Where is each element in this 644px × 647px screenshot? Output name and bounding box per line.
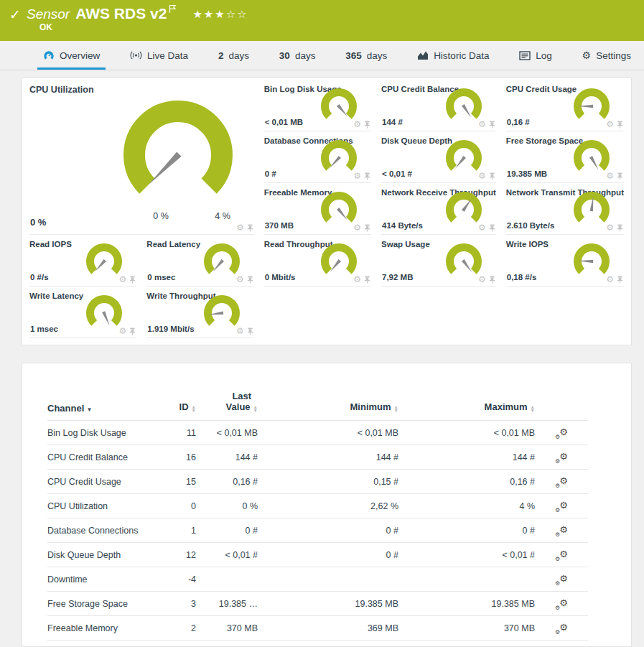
gear-icon[interactable]: ⚙ <box>353 275 361 284</box>
channel-settings-gears-icon[interactable]: ⚙⚙ <box>555 476 568 488</box>
pin-icon[interactable] <box>129 276 136 284</box>
gauge <box>318 88 360 124</box>
gauge-tile-cpu-utilization[interactable]: CPU Utilization0 %4 %0 %⚙ <box>29 80 254 235</box>
gear-icon[interactable]: ⚙ <box>353 172 361 180</box>
gear-icon[interactable]: ⚙ <box>119 275 127 284</box>
gear-icon[interactable]: ⚙ <box>236 223 244 232</box>
channel-name[interactable]: CPU Utilization <box>47 501 173 511</box>
gear-icon[interactable]: ⚙ <box>236 275 244 284</box>
tab-live-data[interactable]: Live Data <box>127 41 191 70</box>
gear-icon[interactable]: ⚙ <box>478 223 486 232</box>
pin-icon[interactable] <box>617 172 623 180</box>
gauge-tile-network-transmit-throughput[interactable]: Network Transmit Throughput2.610 Byte/s⚙ <box>506 183 624 235</box>
channel-id: 12 <box>173 550 196 560</box>
gauge-value: 19.385 MB <box>507 169 547 178</box>
pin-icon[interactable] <box>247 327 253 335</box>
gauge-tile-network-receive-throughput[interactable]: Network Receive Throughput414 Byte/s⚙ <box>381 183 496 235</box>
tab-2-days[interactable]: 2days <box>215 41 252 70</box>
pin-icon[interactable] <box>617 224 623 232</box>
gear-icon[interactable]: ⚙ <box>236 327 244 335</box>
gear-icon[interactable]: ⚙ <box>119 327 127 335</box>
channel-name[interactable]: Database Connections <box>47 526 173 536</box>
channel-settings-gears-icon[interactable]: ⚙⚙ <box>555 623 568 634</box>
channel-name[interactable]: Freeable Memory <box>47 623 173 633</box>
tab-label: days <box>228 50 249 61</box>
gauge-value: 1.919 Mbit/s <box>147 325 194 333</box>
gauge-tile-read-throughput[interactable]: Read Throughput0 Mbit/s⚙ <box>264 235 371 287</box>
gear-icon[interactable]: ⚙ <box>606 275 614 284</box>
gauge-tile-free-storage-space[interactable]: Free Storage Space19.385 MB⚙ <box>506 131 624 183</box>
tab-30-days[interactable]: 30days <box>276 41 319 70</box>
gear-icon[interactable]: ⚙ <box>478 172 486 180</box>
tab-overview[interactable]: Overview <box>40 41 103 70</box>
gear-icon[interactable]: ⚙ <box>478 275 486 284</box>
flag-icon[interactable] <box>169 4 177 14</box>
gauge-tile-disk-queue-depth[interactable]: Disk Queue Depth< 0,01 #⚙ <box>381 131 496 183</box>
channel-settings-gears-icon[interactable]: ⚙⚙ <box>555 574 568 585</box>
pin-icon[interactable] <box>247 276 253 284</box>
gauge <box>443 88 485 124</box>
column-header-minimum[interactable]: Minimum▲▼ <box>258 401 398 414</box>
pin-icon[interactable] <box>617 276 623 284</box>
gauge-tile-swap-usage[interactable]: Swap Usage7,92 MB⚙ <box>381 235 496 287</box>
channel-name[interactable]: Downtime <box>47 574 173 585</box>
tab-historic-data[interactable]: Historic Data <box>414 41 492 70</box>
channel-settings-gears-icon[interactable]: ⚙⚙ <box>555 501 568 512</box>
star-rating[interactable]: ★★★☆☆ <box>192 8 248 21</box>
gear-icon[interactable]: ⚙ <box>353 223 361 232</box>
pin-icon[interactable] <box>489 224 495 232</box>
gauge-value: 414 Byte/s <box>382 221 423 230</box>
gauge-tile-read-iops[interactable]: Read IOPS0 #/s⚙ <box>29 235 136 287</box>
channel-settings-gears-icon[interactable]: ⚙⚙ <box>555 598 568 610</box>
pin-icon[interactable] <box>129 327 136 335</box>
gear-icon[interactable]: ⚙ <box>606 172 614 180</box>
tab-settings[interactable]: ⚙Settings <box>579 41 634 70</box>
pin-icon[interactable] <box>617 121 623 129</box>
gear-icon[interactable]: ⚙ <box>606 120 614 129</box>
gauge-tile-write-iops[interactable]: Write IOPS0,18 #/s⚙ <box>506 235 624 287</box>
column-header-last-value[interactable]: LastValue▲▼ <box>196 391 258 414</box>
pin-icon[interactable] <box>364 224 370 232</box>
channel-settings-gears-icon[interactable]: ⚙⚙ <box>555 452 568 463</box>
pin-icon[interactable] <box>489 121 495 129</box>
gauge-tile-cpu-credit-balance[interactable]: CPU Credit Balance144 #⚙ <box>381 80 496 131</box>
gauge-tile-cpu-credit-usage[interactable]: CPU Credit Usage0,16 #⚙ <box>506 80 624 131</box>
gauge-tile-read-latency[interactable]: Read Latency0 msec⚙ <box>146 235 253 287</box>
channel-name[interactable]: Bin Log Disk Usage <box>47 428 173 438</box>
pin-icon[interactable] <box>364 276 370 284</box>
table-row-bin-log-disk-usage: Bin Log Disk Usage11< 0,01 MB< 0,01 MB< … <box>47 420 588 444</box>
pin-icon[interactable] <box>364 121 370 129</box>
column-header-channel[interactable]: Channel▾ <box>47 403 173 414</box>
gear-icon[interactable]: ⚙ <box>606 223 614 232</box>
pin-icon[interactable] <box>489 276 495 284</box>
gear-icon[interactable]: ⚙ <box>353 120 361 129</box>
channel-settings-gears-icon[interactable]: ⚙⚙ <box>555 525 568 536</box>
gauge-tile-bin-log-disk-usage[interactable]: Bin Log Disk Usage< 0,01 MB⚙ <box>264 80 371 131</box>
pin-icon[interactable] <box>489 172 495 180</box>
gauge-tile-database-connections[interactable]: Database Connections0 #⚙ <box>264 131 371 183</box>
channel-name[interactable]: CPU Credit Balance <box>47 452 173 462</box>
gauge <box>571 191 612 227</box>
sort-both-icon: ▲▼ <box>394 405 398 412</box>
sort-both-icon: ▲▼ <box>531 405 535 412</box>
gauge-value: 0 msec <box>147 273 175 281</box>
tab-number: 2 <box>218 50 224 61</box>
channel-last-value: 0 % <box>196 501 258 511</box>
tab-label: Settings <box>596 50 631 61</box>
gauge-tile-freeable-memory[interactable]: Freeable Memory370 MB⚙ <box>264 183 371 235</box>
gauge-tile-write-throughput[interactable]: Write Throughput1.919 Mbit/s⚙ <box>146 287 253 338</box>
channel-name[interactable]: Disk Queue Depth <box>47 550 173 560</box>
tab-365-days[interactable]: 365days <box>342 41 390 70</box>
gauge <box>571 243 612 279</box>
column-header-id[interactable]: ID▲▼ <box>173 401 196 414</box>
gear-icon[interactable]: ⚙ <box>478 120 486 129</box>
pin-icon[interactable] <box>247 224 253 232</box>
channel-settings-gears-icon[interactable]: ⚙⚙ <box>555 549 568 561</box>
channel-name[interactable]: CPU Credit Usage <box>47 477 173 487</box>
gauge-tile-write-latency[interactable]: Write Latency1 msec⚙ <box>29 287 136 338</box>
tab-log[interactable]: Log <box>516 41 555 70</box>
channel-name[interactable]: Free Storage Space <box>47 599 173 609</box>
pin-icon[interactable] <box>364 172 370 180</box>
channel-settings-gears-icon[interactable]: ⚙⚙ <box>555 427 568 439</box>
column-header-maximum[interactable]: Maximum▲▼ <box>398 401 535 414</box>
